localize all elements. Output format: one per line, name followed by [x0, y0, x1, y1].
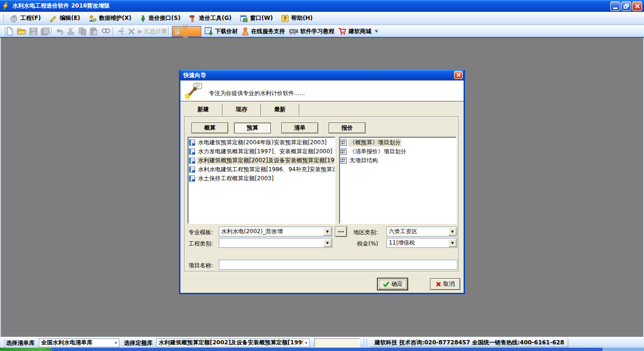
minimize-button[interactable]	[610, 1, 620, 11]
delete-icon	[128, 28, 135, 35]
system-tray[interactable]	[602, 348, 644, 351]
new-file-icon	[6, 27, 14, 35]
wizard-tabs: 新建 现存 最新	[184, 104, 299, 115]
chevron-down-icon: ▼	[451, 230, 454, 234]
chevron-down-icon: ▼	[326, 241, 329, 245]
list-item[interactable]: 水土保持工程概算定额[2003]	[189, 174, 335, 183]
save-all-button[interactable]	[40, 26, 51, 36]
start-button[interactable]	[0, 348, 52, 351]
cut-button[interactable]	[66, 26, 75, 36]
open-button[interactable]	[16, 26, 27, 36]
cut-icon	[67, 27, 74, 35]
list-item-selected[interactable]: 《概预算》项目划分	[340, 138, 456, 147]
download-materials-button[interactable]: 下载价材	[204, 26, 239, 36]
undo-button[interactable]	[55, 26, 65, 36]
cancel-label: 取消	[443, 280, 455, 288]
cancel-button[interactable]: 取消	[430, 278, 460, 290]
type-button-gaisuan[interactable]: 概算	[191, 123, 228, 133]
list-item[interactable]: 水利水电建筑工程预算定额[1986、94补充]安装预算定额	[189, 165, 335, 174]
dialog-title: 快速向导	[183, 71, 206, 79]
region-value: 六类工资区	[387, 228, 448, 236]
menubar-grip[interactable]	[1, 14, 4, 23]
tab-new[interactable]: 新建	[184, 104, 223, 115]
engtype-combo[interactable]: ▼	[219, 238, 332, 248]
quick-wizard-dialog: 快速向导 专注为你提供专业的水利计价软件.	[179, 70, 465, 294]
menu-edit[interactable]: 编辑(E)	[45, 13, 84, 24]
menu-cost-interface-label: 造价接口(S)	[149, 14, 181, 22]
statusbar-grip[interactable]	[2, 339, 5, 347]
window-title: 水利水电工程造价软件 2016营改增版	[12, 2, 110, 10]
menu-data-maintenance[interactable]: 数据维护(X)	[84, 13, 135, 24]
list-item-selected[interactable]: 水利建筑概预算定额[2002]及设备安装概预算定额[1999]	[189, 156, 335, 165]
online-support-button[interactable]: 在线服务支持	[241, 26, 286, 36]
biaodi-button[interactable]: 标 底	[172, 26, 201, 37]
list-item[interactable]: 水力发电建筑概算定额[1997]、安装概算定额[2000]	[189, 147, 335, 156]
structure-listbox[interactable]: 《概预算》项目划分 《清单报价》项目划分 无项目结构	[339, 137, 456, 224]
quota-doc-icon	[189, 176, 195, 182]
dialog-close-button[interactable]	[454, 71, 463, 79]
template-combo[interactable]: 水利水电(2002)_营改增 ▼	[219, 227, 332, 237]
menu-project[interactable]: 工程(F)	[6, 13, 45, 24]
check-icon	[383, 281, 390, 287]
shopping-cart-icon	[338, 27, 347, 35]
application-window: 水利水电工程造价软件 2016营改增版 工程(F) 编辑(E) 数据维护(X) …	[0, 0, 644, 351]
paste-button[interactable]	[89, 26, 98, 36]
window-icon	[240, 15, 248, 22]
run-icon: ▶	[138, 28, 142, 35]
list-item[interactable]: 《清单报价》项目划分	[340, 147, 456, 156]
separator	[367, 339, 368, 347]
type-button-yusuan[interactable]: 预算	[234, 123, 271, 133]
type-button-baojia[interactable]: 报价	[329, 123, 366, 133]
menu-edit-label: 编辑(E)	[60, 14, 80, 22]
type-button-qingdan[interactable]: 清单	[281, 123, 318, 133]
tutorial-button[interactable]: 软件学习教程	[288, 26, 335, 36]
status-bar: 选择清单库 全国水利水电清单库 ▼ 选择定额库 水利建筑概预算定额[2002]及…	[0, 337, 644, 348]
title-bar: 水利水电工程造价软件 2016营改增版	[0, 0, 644, 12]
list-item[interactable]: 无项目结构	[340, 156, 456, 165]
magic-wand-icon	[184, 83, 204, 100]
tab-latest[interactable]: 最新	[261, 104, 299, 115]
windows-taskbar[interactable]	[0, 348, 644, 351]
delete-button[interactable]	[127, 26, 136, 36]
dropdown-button[interactable]: ▼	[448, 228, 456, 236]
menu-window[interactable]: 窗口(W)	[236, 13, 277, 24]
separator	[113, 27, 115, 35]
window-controls	[610, 1, 642, 11]
insert-row-button[interactable]	[116, 26, 126, 36]
menu-help[interactable]: ? 帮助(H)	[277, 13, 317, 24]
find-button[interactable]	[100, 26, 111, 36]
copy-button[interactable]	[78, 26, 88, 36]
dropdown-button[interactable]: ▼	[323, 239, 331, 247]
status-edit-field[interactable]	[314, 338, 360, 347]
quota-lib-combo[interactable]: 水利建筑概预算定额[2002]及设备安装概预算定额[1999] ▼	[156, 338, 310, 347]
tab-existing[interactable]: 现存	[223, 104, 261, 115]
new-button[interactable]	[5, 26, 15, 36]
quota-listbox[interactable]: 水电建筑预算定额(2004年版)安装预算定额[2003] 水力发电建筑概算定额[…	[188, 137, 335, 224]
save-button[interactable]	[28, 26, 38, 36]
dropdown-button[interactable]: ▼	[448, 239, 456, 247]
restore-button[interactable]	[621, 1, 631, 11]
list-item[interactable]: 水电建筑预算定额(2004年版)安装预算定额[2003]	[189, 138, 335, 147]
separator	[51, 27, 53, 35]
main-toolbar: ▶ 汇总计算 标 底 下载价材 在线服务支持 软件学习教程 建软商城	[0, 25, 644, 38]
tutorial-icon	[289, 27, 298, 35]
menu-cost-interface[interactable]: 造价接口(S)	[136, 13, 185, 24]
summary-calc-button[interactable]: ▶ 汇总计算	[137, 26, 168, 36]
menu-data-maintenance-label: 数据维护(X)	[99, 14, 131, 22]
toolbar-overflow-button[interactable]	[373, 27, 379, 35]
tax-combo[interactable]: 11|增值税 ▼	[386, 238, 457, 248]
project-name-input[interactable]	[219, 260, 457, 270]
template-browse-button[interactable]: ...	[335, 227, 347, 237]
menu-cost-tools[interactable]: 造价工具(G)	[185, 13, 236, 24]
cross-icon	[436, 281, 441, 287]
list-lib-value: 全国水利水电清单库	[39, 339, 113, 347]
mall-button[interactable]: 建软商城	[337, 26, 372, 36]
biaodi-icon	[174, 28, 181, 35]
banner-slogan: 专注为你提供专业的水利计价软件......	[209, 89, 305, 97]
statusbar-overflow-button[interactable]	[540, 339, 546, 347]
region-combo[interactable]: 六类工资区 ▼	[386, 227, 457, 237]
list-lib-combo[interactable]: 全国水利水电清单库 ▼	[39, 338, 119, 347]
dropdown-button[interactable]: ▼	[323, 228, 331, 236]
close-button[interactable]	[632, 1, 642, 11]
ok-button[interactable]: 确定	[377, 278, 408, 290]
